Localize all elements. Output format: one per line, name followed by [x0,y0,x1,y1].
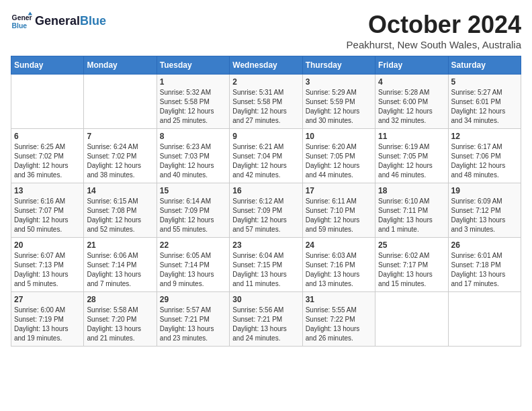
day-info: Sunrise: 5:57 AM Sunset: 7:21 PM Dayligh… [160,306,226,343]
calendar-cell: 1Sunrise: 5:32 AM Sunset: 5:58 PM Daylig… [157,75,229,129]
day-info: Sunrise: 6:24 AM Sunset: 7:02 PM Dayligh… [87,142,153,180]
day-number: 23 [232,240,299,250]
calendar-cell: 17Sunrise: 6:11 AM Sunset: 7:10 PM Dayli… [302,183,375,238]
day-info: Sunrise: 6:17 AM Sunset: 7:06 PM Dayligh… [451,142,518,180]
day-number: 28 [87,295,153,304]
day-info: Sunrise: 6:21 AM Sunset: 7:04 PM Dayligh… [232,142,299,180]
day-number: 6 [14,132,81,141]
calendar-week-5: 27Sunrise: 6:00 AM Sunset: 7:19 PM Dayli… [11,292,521,347]
day-info: Sunrise: 6:05 AM Sunset: 7:14 PM Dayligh… [160,251,226,289]
header-day-sunday: Sunday [11,56,84,75]
day-info: Sunrise: 6:10 AM Sunset: 7:11 PM Dayligh… [378,197,445,234]
day-number: 27 [14,295,81,304]
calendar-cell: 14Sunrise: 6:15 AM Sunset: 7:08 PM Dayli… [84,183,157,238]
calendar-cell: 28Sunrise: 5:58 AM Sunset: 7:20 PM Dayli… [84,292,157,347]
day-number: 13 [14,186,81,195]
day-number: 12 [451,132,518,141]
calendar-header-row: SundayMondayTuesdayWednesdayThursdayFrid… [11,56,521,75]
day-number: 18 [378,186,445,195]
day-info: Sunrise: 5:28 AM Sunset: 6:00 PM Dayligh… [378,88,445,126]
day-number: 30 [232,295,299,304]
header-day-monday: Monday [84,56,157,75]
svg-text:Blue: Blue [12,22,28,30]
calendar-week-3: 13Sunrise: 6:16 AM Sunset: 7:07 PM Dayli… [11,183,521,238]
day-number: 9 [232,132,299,141]
page-header: General Blue GeneralBlue October 2024 Pe… [11,11,521,50]
header-day-thursday: Thursday [302,56,375,75]
calendar-week-1: 1Sunrise: 5:32 AM Sunset: 5:58 PM Daylig… [11,75,521,129]
calendar-cell: 26Sunrise: 6:01 AM Sunset: 7:18 PM Dayli… [448,238,521,292]
day-info: Sunrise: 6:11 AM Sunset: 7:10 PM Dayligh… [306,197,372,234]
calendar-cell: 16Sunrise: 6:12 AM Sunset: 7:09 PM Dayli… [230,183,302,238]
day-number: 15 [160,186,226,195]
day-number: 29 [160,295,226,304]
calendar-cell: 10Sunrise: 6:20 AM Sunset: 7:05 PM Dayli… [302,129,375,183]
day-number: 2 [232,77,299,87]
day-number: 22 [160,240,226,250]
header-day-friday: Friday [375,56,448,75]
calendar-cell: 4Sunrise: 5:28 AM Sunset: 6:00 PM Daylig… [375,75,448,129]
calendar-cell: 24Sunrise: 6:03 AM Sunset: 7:16 PM Dayli… [302,238,375,292]
day-info: Sunrise: 6:20 AM Sunset: 7:05 PM Dayligh… [306,142,372,180]
calendar-cell: 18Sunrise: 6:10 AM Sunset: 7:11 PM Dayli… [375,183,448,238]
calendar-cell: 29Sunrise: 5:57 AM Sunset: 7:21 PM Dayli… [157,292,229,347]
calendar-cell: 7Sunrise: 6:24 AM Sunset: 7:02 PM Daylig… [84,129,157,183]
day-info: Sunrise: 5:55 AM Sunset: 7:22 PM Dayligh… [306,306,372,343]
calendar-week-2: 6Sunrise: 6:25 AM Sunset: 7:02 PM Daylig… [11,129,521,183]
logo: General Blue GeneralBlue [11,11,106,32]
day-info: Sunrise: 6:16 AM Sunset: 7:07 PM Dayligh… [14,197,81,234]
header-day-tuesday: Tuesday [157,56,229,75]
logo-icon: General Blue [11,11,32,32]
day-info: Sunrise: 6:14 AM Sunset: 7:09 PM Dayligh… [160,197,226,234]
calendar-cell: 8Sunrise: 6:23 AM Sunset: 7:03 PM Daylig… [157,129,229,183]
day-number: 8 [160,132,226,141]
logo-text-line1: GeneralBlue [35,14,106,29]
day-number: 21 [87,240,153,250]
calendar-cell: 12Sunrise: 6:17 AM Sunset: 7:06 PM Dayli… [448,129,521,183]
day-info: Sunrise: 6:01 AM Sunset: 7:18 PM Dayligh… [451,251,518,289]
day-info: Sunrise: 6:09 AM Sunset: 7:12 PM Dayligh… [451,197,518,234]
calendar-week-4: 20Sunrise: 6:07 AM Sunset: 7:13 PM Dayli… [11,238,521,292]
calendar-cell: 31Sunrise: 5:55 AM Sunset: 7:22 PM Dayli… [302,292,375,347]
day-number: 20 [14,240,81,250]
calendar-cell [11,75,84,129]
calendar-cell: 13Sunrise: 6:16 AM Sunset: 7:07 PM Dayli… [11,183,84,238]
calendar-cell: 23Sunrise: 6:04 AM Sunset: 7:15 PM Dayli… [230,238,302,292]
day-number: 4 [378,77,445,87]
day-info: Sunrise: 6:03 AM Sunset: 7:16 PM Dayligh… [306,251,372,289]
day-info: Sunrise: 5:56 AM Sunset: 7:21 PM Dayligh… [232,306,299,343]
calendar-cell: 22Sunrise: 6:05 AM Sunset: 7:14 PM Dayli… [157,238,229,292]
calendar-cell [375,292,448,347]
month-title: October 2024 [347,11,521,39]
day-info: Sunrise: 5:27 AM Sunset: 6:01 PM Dayligh… [451,88,518,126]
calendar-table: SundayMondayTuesdayWednesdayThursdayFrid… [11,56,521,347]
day-info: Sunrise: 5:29 AM Sunset: 5:59 PM Dayligh… [306,88,372,126]
calendar-cell: 3Sunrise: 5:29 AM Sunset: 5:59 PM Daylig… [302,75,375,129]
header-day-saturday: Saturday [448,56,521,75]
day-info: Sunrise: 6:07 AM Sunset: 7:13 PM Dayligh… [14,251,81,289]
day-info: Sunrise: 5:58 AM Sunset: 7:20 PM Dayligh… [87,306,153,343]
calendar-cell: 20Sunrise: 6:07 AM Sunset: 7:13 PM Dayli… [11,238,84,292]
day-info: Sunrise: 5:32 AM Sunset: 5:58 PM Dayligh… [160,88,226,126]
day-info: Sunrise: 6:15 AM Sunset: 7:08 PM Dayligh… [87,197,153,234]
calendar-cell: 6Sunrise: 6:25 AM Sunset: 7:02 PM Daylig… [11,129,84,183]
day-info: Sunrise: 6:25 AM Sunset: 7:02 PM Dayligh… [14,142,81,180]
day-number: 26 [451,240,518,250]
day-number: 31 [306,295,372,304]
day-number: 10 [306,132,372,141]
calendar-cell: 15Sunrise: 6:14 AM Sunset: 7:09 PM Dayli… [157,183,229,238]
calendar-cell: 30Sunrise: 5:56 AM Sunset: 7:21 PM Dayli… [230,292,302,347]
day-number: 14 [87,186,153,195]
day-info: Sunrise: 6:06 AM Sunset: 7:14 PM Dayligh… [87,251,153,289]
day-info: Sunrise: 6:12 AM Sunset: 7:09 PM Dayligh… [232,197,299,234]
day-info: Sunrise: 6:19 AM Sunset: 7:05 PM Dayligh… [378,142,445,180]
day-number: 1 [160,77,226,87]
day-info: Sunrise: 6:23 AM Sunset: 7:03 PM Dayligh… [160,142,226,180]
day-number: 25 [378,240,445,250]
day-info: Sunrise: 6:04 AM Sunset: 7:15 PM Dayligh… [232,251,299,289]
calendar-cell: 5Sunrise: 5:27 AM Sunset: 6:01 PM Daylig… [448,75,521,129]
day-number: 24 [306,240,372,250]
day-info: Sunrise: 6:00 AM Sunset: 7:19 PM Dayligh… [14,306,81,343]
day-number: 11 [378,132,445,141]
calendar-cell [448,292,521,347]
